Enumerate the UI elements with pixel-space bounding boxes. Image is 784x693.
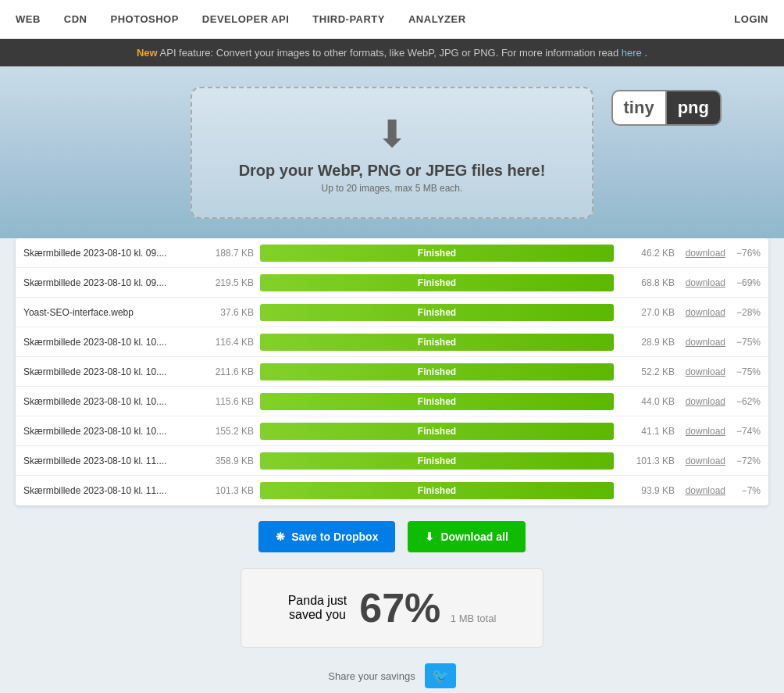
file-savings-pct: −72% [725,455,761,466]
progress-bar: Finished [260,304,614,321]
progress-label: Finished [418,307,456,318]
nav-web[interactable]: WEB [16,13,41,25]
file-download-link[interactable]: download [675,455,725,466]
upload-icon: ⬇ [239,112,546,155]
progress-bar-wrap: Finished [260,363,614,380]
progress-bar-wrap: Finished [260,304,614,321]
progress-label: Finished [418,426,456,437]
new-badge: New [137,47,158,59]
progress-bar: Finished [260,482,614,499]
file-savings-pct: −75% [725,337,761,348]
file-name: Skærmbillede 2023-08-10 kl. 10.... [23,337,195,348]
download-all-label: Download all [440,530,508,543]
nav-third-party[interactable]: THIRD-PARTY [312,13,385,25]
file-savings-pct: −74% [725,426,761,437]
banner-end: . [644,47,647,59]
file-new-size: 27.0 KB [620,307,675,318]
file-download-link[interactable]: download [675,366,725,377]
file-new-size: 44.0 KB [620,396,675,407]
file-download-link[interactable]: download [675,248,725,259]
logo-tiny: tiny [611,90,665,126]
savings-summary: Panda just saved you 67% 1 MB total [241,568,544,648]
progress-bar: Finished [260,452,614,470]
file-download-link[interactable]: download [675,396,725,407]
tinypng-logo: tiny png [611,90,722,126]
twitter-icon: 🐦 [432,667,449,684]
table-row: Skærmbillede 2023-08-10 kl. 11.... 358.9… [16,446,768,476]
progress-bar-wrap: Finished [260,245,614,262]
nav-cdn[interactable]: CDN [64,13,87,25]
progress-label: Finished [418,248,456,259]
file-download-link[interactable]: download [675,337,725,348]
file-name: Skærmbillede 2023-08-10 kl. 09.... [23,277,195,288]
file-name: Skærmbillede 2023-08-10 kl. 11.... [23,455,195,466]
share-section: Share your savings 🐦 [328,663,455,688]
file-dropzone[interactable]: ⬇ Drop your WebP, PNG or JPEG files here… [191,87,594,219]
progress-bar-wrap: Finished [260,334,614,351]
file-table: Skærmbillede 2023-08-10 kl. 09.... 188.7… [16,238,768,505]
nav-developer-api[interactable]: DEVELOPER API [202,13,289,25]
progress-bar-wrap: Finished [260,482,614,499]
file-savings-pct: −69% [725,277,761,288]
file-savings-pct: −76% [725,248,761,259]
file-savings-pct: −7% [725,485,761,496]
file-name: Skærmbillede 2023-08-10 kl. 09.... [23,248,195,259]
savings-total: 1 MB total [451,613,497,624]
table-row: Yoast-SEO-interface.webp 37.6 KB Finishe… [16,298,768,327]
file-new-size: 101.3 KB [620,455,675,466]
file-new-size: 46.2 KB [620,248,675,259]
savings-percentage: 67% [359,585,440,630]
file-orig-size: 188.7 KB [195,248,254,259]
file-orig-size: 211.6 KB [195,366,254,377]
file-orig-size: 101.3 KB [195,485,254,496]
savings-line2: saved you [289,608,346,621]
file-download-link[interactable]: download [675,426,725,437]
banner-link[interactable]: here [622,47,642,59]
nav-analyzer[interactable]: ANALYZER [408,13,466,25]
file-orig-size: 358.9 KB [195,455,254,466]
file-download-link[interactable]: download [675,307,725,318]
table-row: Skærmbillede 2023-08-10 kl. 10.... 115.6… [16,387,768,416]
progress-label: Finished [418,455,456,466]
file-new-size: 28.9 KB [620,337,675,348]
dropbox-icon: ❋ [276,530,285,543]
progress-label: Finished [418,396,456,407]
twitter-share-button[interactable]: 🐦 [425,663,456,688]
nav-photoshop[interactable]: PHOTOSHOP [111,13,179,25]
navigation: WEB CDN PHOTOSHOP DEVELOPER API THIRD-PA… [0,0,784,39]
file-new-size: 52.2 KB [620,366,675,377]
file-new-size: 68.8 KB [620,277,675,288]
progress-bar: Finished [260,423,614,440]
file-download-link[interactable]: download [675,277,725,288]
progress-bar: Finished [260,393,614,410]
progress-label: Finished [418,337,456,348]
file-orig-size: 115.6 KB [195,396,254,407]
file-name: Yoast-SEO-interface.webp [23,307,195,318]
progress-bar: Finished [260,245,614,262]
download-all-button[interactable]: ⬇ Download all [408,521,525,552]
progress-bar: Finished [260,274,614,291]
nav-login[interactable]: LOGIN [734,13,768,25]
dropzone-title: Drop your WebP, PNG or JPEG files here! [239,162,546,180]
savings-line1: Panda just [288,594,347,607]
file-download-link[interactable]: download [675,485,725,496]
file-savings-pct: −62% [725,396,761,407]
download-icon: ⬇ [425,530,434,543]
progress-bar-wrap: Finished [260,393,614,410]
file-new-size: 41.1 KB [620,426,675,437]
file-name: Skærmbillede 2023-08-10 kl. 10.... [23,396,195,407]
file-savings-pct: −75% [725,366,761,377]
table-row: Skærmbillede 2023-08-10 kl. 10.... 155.2… [16,416,768,446]
table-row: Skærmbillede 2023-08-10 kl. 09.... 188.7… [16,238,768,268]
save-dropbox-label: Save to Dropbox [291,530,378,543]
progress-bar-wrap: Finished [260,274,614,291]
hero-section: ⬇ Drop your WebP, PNG or JPEG files here… [0,66,784,238]
table-row: Skærmbillede 2023-08-10 kl. 11.... 101.3… [16,476,768,505]
progress-label: Finished [418,485,456,496]
logo-png: png [665,90,722,126]
file-name: Skærmbillede 2023-08-10 kl. 10.... [23,426,195,437]
progress-label: Finished [418,277,456,288]
save-to-dropbox-button[interactable]: ❋ Save to Dropbox [258,521,395,552]
table-row: Skærmbillede 2023-08-10 kl. 10.... 211.6… [16,357,768,387]
file-orig-size: 37.6 KB [195,307,254,318]
